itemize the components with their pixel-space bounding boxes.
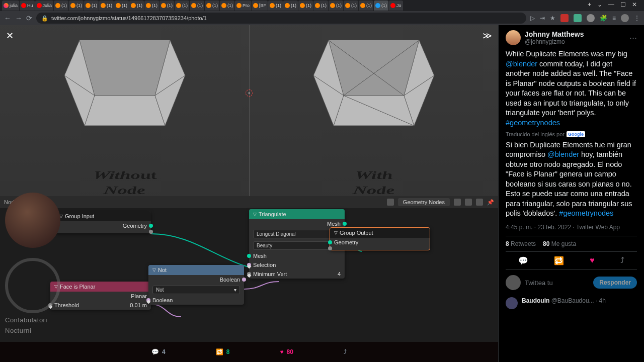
browser-tab[interactable]: (1) [205, 1, 219, 11]
reload-button[interactable]: ⟳ [26, 14, 32, 22]
browser-tab[interactable]: (1) [283, 1, 298, 11]
tweet-timestamp[interactable]: 4:45 p. m. · 23 feb. 2022 · Twitter Web … [506, 224, 637, 231]
browser-tab[interactable]: Hu [20, 1, 35, 11]
browser-tab[interactable]: (1) [99, 1, 114, 11]
fake-user-icon[interactable] [465, 199, 472, 206]
pin-icon[interactable] [387, 199, 394, 206]
browser-tab[interactable]: (1) [313, 1, 328, 11]
quad-method-dropdown[interactable]: Longest Diagonal▾ [253, 230, 341, 238]
browser-tab[interactable]: (1) [374, 1, 388, 11]
browser-tab-strip: juliaHuJulia(1)(1)(1)(1)(1)(1)(1)(1)(1)(… [0, 0, 644, 11]
browser-tab[interactable]: (1) [144, 1, 159, 11]
next-arrow-icon[interactable]: ≫ [482, 30, 492, 41]
reply-item[interactable]: Baudouin @BauBaudou... · 4h [506, 297, 637, 309]
browser-tab[interactable]: (1) [190, 1, 204, 11]
url-field[interactable]: 🔒 twitter.com/johnnygizmo/status/1496617… [36, 13, 526, 24]
browser-tab[interactable]: Julia [35, 1, 54, 11]
node-face-is-planar[interactable]: ▽Face is Planar Planar ◆Threshold0.01 m [50, 282, 151, 310]
browser-tab[interactable]: (1) [54, 1, 68, 11]
browser-tab[interactable]: (1) [359, 1, 373, 11]
more-icon[interactable]: ⋯ [629, 34, 637, 42]
ext-icon[interactable] [574, 14, 582, 22]
reply-composer: Twittea tu Responder [506, 275, 637, 290]
browser-tab[interactable]: [BF [252, 1, 268, 11]
media-action-bar: 💬 4 🔁 8 ♥ 80 ⤴ [0, 342, 498, 362]
reply-button[interactable]: Responder [593, 277, 637, 289]
extensions-icon[interactable]: 🧩 [600, 15, 607, 22]
tweet-author-handle[interactable]: @johnnygizmo [525, 38, 584, 45]
chevron-down-icon[interactable]: ⌄ [597, 1, 602, 8]
retweet-icon[interactable]: 🔁 [554, 256, 564, 265]
profile-icon[interactable] [621, 14, 629, 22]
browser-tab[interactable]: (1) [220, 1, 234, 11]
browser-tab[interactable]: (1) [84, 1, 99, 11]
unlink-icon[interactable] [476, 199, 483, 206]
browser-tab[interactable]: (1) [69, 1, 84, 11]
tweet-sidebar[interactable]: Johnny Matthews @johnnygizmo ⋯ While Dup… [498, 25, 644, 362]
share-icon[interactable]: ⤴ [620, 256, 624, 265]
self-avatar[interactable] [506, 275, 521, 290]
tweet-translation: Si bien Duplicate Elements fue mi gran c… [506, 140, 637, 219]
hashtag-link[interactable]: #geometrynodes [506, 119, 560, 127]
browser-tab[interactable]: (1) [114, 1, 129, 11]
close-icon[interactable]: ✕ [6, 30, 14, 41]
forward-button[interactable]: → [15, 14, 22, 22]
like-button[interactable]: ♥ 80 [280, 348, 293, 355]
tweet-author-name[interactable]: Johnny Matthews [525, 30, 584, 38]
reply-icon[interactable]: 💬 [518, 256, 528, 265]
retweet-button[interactable]: 🔁 8 [216, 348, 230, 355]
back-button[interactable]: ← [4, 14, 11, 22]
node-editor-header: Node Geometry Nodes 📌 [0, 196, 498, 208]
browser-tab[interactable]: (1) [159, 1, 174, 11]
share-button[interactable]: ⤴ [344, 348, 347, 355]
dl-icon[interactable]: ⇥ [540, 15, 545, 22]
browser-tab[interactable]: (1) [175, 1, 189, 11]
browser-tab[interactable]: julia [2, 1, 19, 11]
maximize-icon[interactable]: ☐ [620, 1, 626, 8]
reply-button[interactable]: 💬 4 [151, 348, 166, 355]
menu-icon[interactable]: ≡ [612, 15, 616, 22]
retweet-count[interactable]: 8 Retweets [506, 240, 536, 247]
browser-tab[interactable]: (1) [344, 1, 358, 11]
3d-cursor-icon [243, 87, 255, 99]
kebab-icon[interactable]: ⋮ [634, 15, 640, 22]
mention-link[interactable]: @blender [547, 150, 579, 158]
like-count[interactable]: 80 Me gusta [543, 240, 576, 247]
tweet-stats: 8 Retweets 80 Me gusta [506, 236, 637, 252]
toolbar-right: ▷ ⇥ ★ 🧩 ≡ ⋮ [530, 14, 640, 22]
viewport-without-node: Without Node [0, 25, 249, 196]
avatar[interactable] [506, 30, 521, 45]
node-header-label: Node [4, 199, 17, 205]
viewport-with-node: With Node [249, 25, 498, 196]
tweet-body: While Duplicate Elements was my big @ble… [506, 49, 637, 128]
geometry-node-editor[interactable]: Node Geometry Nodes 📌 ▽Group Input Geome… [0, 196, 498, 342]
node-tree-name[interactable]: Geometry Nodes [398, 198, 450, 206]
mention-link[interactable]: @blender [506, 60, 537, 68]
like-icon[interactable]: ♥ [590, 256, 595, 265]
minimize-icon[interactable]: — [608, 1, 614, 8]
node-group-output[interactable]: ▽Group Output Geometry [330, 227, 430, 250]
hashtag-link[interactable]: #geometrynodes [559, 209, 613, 217]
cast-icon[interactable]: ▷ [530, 15, 535, 22]
browser-tab[interactable]: (1) [268, 1, 283, 11]
reply-input[interactable]: Twittea tu [525, 279, 589, 287]
browser-tab[interactable]: (1) [129, 1, 144, 11]
shield-icon[interactable] [454, 199, 461, 206]
pin-icon[interactable]: 📌 [487, 199, 494, 206]
star-icon[interactable]: ★ [550, 15, 555, 22]
browser-tab[interactable]: (1) [329, 1, 343, 11]
node-group-input[interactable]: ▽Group Input Geometry [55, 211, 151, 233]
browser-tab[interactable]: (1) [298, 1, 313, 11]
not-dropdown[interactable]: Not▾ [152, 286, 240, 294]
close-window-icon[interactable]: ✕ [632, 1, 637, 8]
ext-icon[interactable] [560, 14, 569, 22]
ngon-method-dropdown[interactable]: Beauty▾ [253, 241, 341, 250]
window-controls: + ⌄ — ☐ ✕ [584, 1, 641, 8]
browser-tab[interactable]: Pro [235, 1, 251, 11]
lock-icon: 🔒 [41, 15, 48, 22]
node-boolean-not[interactable]: ▽Not Boolean Not▾ ◆Boolean [148, 265, 244, 305]
reply-avatar[interactable] [506, 297, 518, 309]
browser-tab[interactable]: Jo [389, 1, 403, 11]
new-tab-icon[interactable]: + [588, 1, 591, 8]
ext-icon[interactable] [587, 14, 595, 22]
